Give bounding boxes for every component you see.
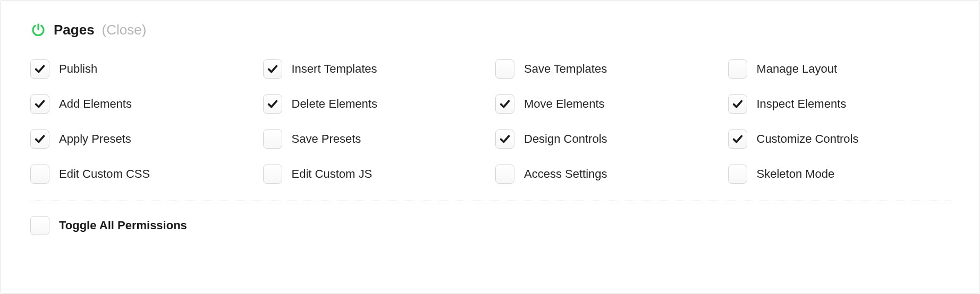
permission-item: Manage Layout — [728, 59, 950, 79]
permission-checkbox[interactable] — [263, 59, 282, 79]
permission-checkbox[interactable] — [263, 94, 282, 114]
permission-checkbox[interactable] — [30, 59, 49, 79]
permission-item: Apply Presets — [30, 129, 252, 149]
toggle-all-checkbox[interactable] — [30, 216, 49, 235]
permission-label: Design Controls — [524, 132, 607, 146]
power-icon — [30, 22, 46, 38]
permission-label: Customize Controls — [757, 132, 859, 146]
permission-label: Inspect Elements — [757, 97, 847, 111]
close-link[interactable]: (Close) — [102, 22, 147, 38]
permission-label: Publish — [59, 62, 97, 76]
permission-checkbox[interactable] — [728, 94, 747, 114]
permission-label: Manage Layout — [757, 62, 838, 76]
permission-label: Edit Custom JS — [292, 167, 373, 181]
permission-label: Move Elements — [524, 97, 605, 111]
permission-item: Edit Custom JS — [263, 165, 485, 184]
permission-item: Skeleton Mode — [728, 165, 950, 184]
permission-item: Access Settings — [495, 165, 717, 184]
toggle-all-row: Toggle All Permissions — [30, 216, 950, 235]
permission-item: Inspect Elements — [728, 94, 950, 114]
permission-label: Edit Custom CSS — [59, 167, 150, 181]
permission-label: Insert Templates — [292, 62, 377, 76]
permission-item: Insert Templates — [263, 59, 485, 79]
permission-item: Delete Elements — [263, 94, 485, 114]
permission-checkbox[interactable] — [30, 165, 49, 184]
permission-label: Add Elements — [59, 97, 132, 111]
permission-checkbox[interactable] — [495, 94, 514, 114]
permission-checkbox[interactable] — [30, 129, 49, 149]
permission-item: Save Templates — [495, 59, 717, 79]
permission-checkbox[interactable] — [728, 59, 747, 79]
divider — [30, 201, 950, 201]
permission-item: Edit Custom CSS — [30, 165, 252, 184]
permission-checkbox[interactable] — [728, 165, 747, 184]
permission-checkbox[interactable] — [495, 165, 514, 184]
permission-label: Delete Elements — [292, 97, 377, 111]
permission-checkbox[interactable] — [495, 129, 514, 149]
toggle-all-label: Toggle All Permissions — [59, 219, 187, 232]
permission-item: Add Elements — [30, 94, 252, 114]
permission-label: Access Settings — [524, 167, 607, 181]
permissions-panel: Pages (Close) PublishInsert TemplatesSav… — [0, 0, 980, 294]
permission-checkbox[interactable] — [30, 94, 49, 114]
permission-label: Skeleton Mode — [757, 167, 835, 181]
panel-title: Pages — [54, 22, 95, 38]
panel-header: Pages (Close) — [30, 22, 950, 38]
permission-item: Save Presets — [263, 129, 485, 149]
permission-item: Move Elements — [495, 94, 717, 114]
permission-item: Publish — [30, 59, 252, 79]
permission-checkbox[interactable] — [263, 165, 282, 184]
permission-label: Save Templates — [524, 62, 607, 76]
permissions-grid: PublishInsert TemplatesSave TemplatesMan… — [30, 59, 950, 184]
permission-item: Customize Controls — [728, 129, 950, 149]
permission-checkbox[interactable] — [495, 59, 514, 79]
permission-checkbox[interactable] — [728, 129, 747, 149]
permission-checkbox[interactable] — [263, 129, 282, 149]
permission-label: Save Presets — [292, 132, 361, 146]
permission-label: Apply Presets — [59, 132, 131, 146]
permission-item: Design Controls — [495, 129, 717, 149]
